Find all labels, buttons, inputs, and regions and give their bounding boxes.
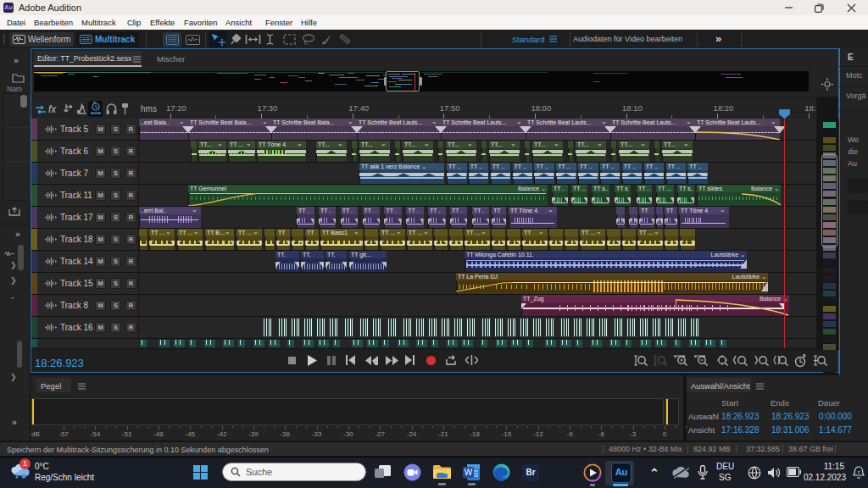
svg-text:W: W: [465, 468, 473, 477]
svg-text:z: z: [858, 469, 860, 474]
